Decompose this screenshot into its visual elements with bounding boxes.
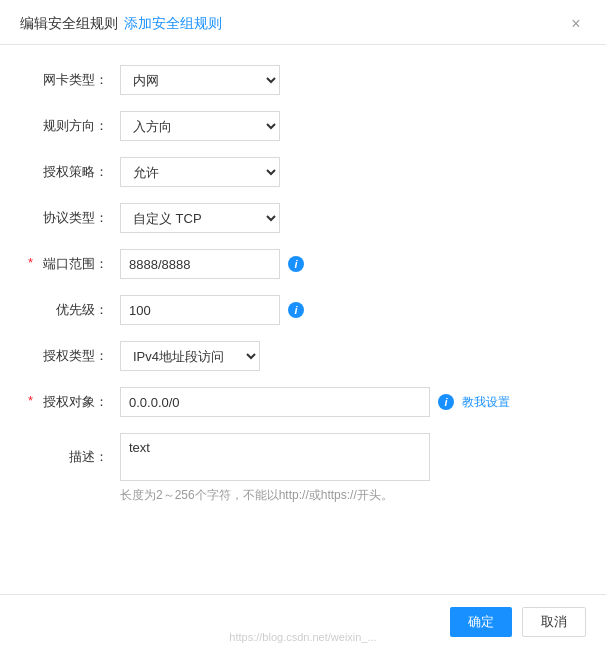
priority-control: i: [120, 295, 576, 325]
policy-row: 授权策略： 允许 拒绝: [30, 157, 576, 187]
authtype-row: 授权类型： IPv4地址段访问 IPv6地址段访问 安全组访问 前缀列表访问: [30, 341, 576, 371]
authtype-label: 授权类型：: [30, 347, 120, 365]
network-type-row: 网卡类型： 内网 公网: [30, 65, 576, 95]
port-info-icon[interactable]: i: [288, 256, 304, 272]
network-type-label: 网卡类型：: [30, 71, 120, 89]
direction-select[interactable]: 入方向 出方向: [120, 111, 280, 141]
title-main: 编辑安全组规则: [20, 15, 118, 33]
protocol-label: 协议类型：: [30, 209, 120, 227]
port-input[interactable]: [120, 249, 280, 279]
desc-textarea[interactable]: text: [120, 433, 430, 481]
authtype-control: IPv4地址段访问 IPv6地址段访问 安全组访问 前缀列表访问: [120, 341, 576, 371]
port-label: 端口范围：: [30, 255, 120, 273]
cancel-button[interactable]: 取消: [522, 607, 586, 637]
policy-select[interactable]: 允许 拒绝: [120, 157, 280, 187]
priority-info-icon[interactable]: i: [288, 302, 304, 318]
help-link-label: 教我设置: [462, 394, 510, 411]
desc-control: text: [120, 433, 576, 481]
title-sub: 添加安全组规则: [124, 15, 222, 33]
priority-input[interactable]: [120, 295, 280, 325]
authtype-select[interactable]: IPv4地址段访问 IPv6地址段访问 安全组访问 前缀列表访问: [120, 341, 260, 371]
dialog-header: 编辑安全组规则 添加安全组规则 ×: [0, 0, 606, 45]
dialog-title: 编辑安全组规则 添加安全组规则: [20, 15, 222, 33]
dialog: 编辑安全组规则 添加安全组规则 × 网卡类型： 内网 公网 规则方向：: [0, 0, 606, 649]
desc-hint: 长度为2～256个字符，不能以http://或https://开头。: [120, 487, 576, 504]
priority-label: 优先级：: [30, 301, 120, 319]
network-type-select[interactable]: 内网 公网: [120, 65, 280, 95]
desc-label: 描述：: [30, 448, 120, 466]
authobj-label: 授权对象：: [30, 393, 120, 411]
protocol-row: 协议类型： 自定义 TCP 自定义 UDP 全部 ICMP GRE SSH HT…: [30, 203, 576, 233]
dialog-body: 网卡类型： 内网 公网 规则方向： 入方向 出方向: [0, 45, 606, 594]
policy-label: 授权策略：: [30, 163, 120, 181]
confirm-button[interactable]: 确定: [450, 607, 512, 637]
policy-control: 允许 拒绝: [120, 157, 576, 187]
port-control: i: [120, 249, 576, 279]
direction-label: 规则方向：: [30, 117, 120, 135]
watermark: https://blog.csdn.net/weixin_...: [229, 631, 376, 643]
desc-row: 描述： text: [30, 433, 576, 481]
priority-row: 优先级： i: [30, 295, 576, 325]
protocol-control: 自定义 TCP 自定义 UDP 全部 ICMP GRE SSH HTTP HTT…: [120, 203, 576, 233]
direction-control: 入方向 出方向: [120, 111, 576, 141]
port-row: 端口范围： i: [30, 249, 576, 279]
network-type-control: 内网 公网: [120, 65, 576, 95]
authobj-row: 授权对象： i 教我设置: [30, 387, 576, 417]
authobj-control: i 教我设置: [120, 387, 576, 417]
close-button[interactable]: ×: [566, 14, 586, 34]
authobj-info-icon[interactable]: i: [438, 394, 454, 410]
authobj-input[interactable]: [120, 387, 430, 417]
direction-row: 规则方向： 入方向 出方向: [30, 111, 576, 141]
protocol-select[interactable]: 自定义 TCP 自定义 UDP 全部 ICMP GRE SSH HTTP HTT…: [120, 203, 280, 233]
help-link[interactable]: 教我设置: [462, 394, 510, 411]
